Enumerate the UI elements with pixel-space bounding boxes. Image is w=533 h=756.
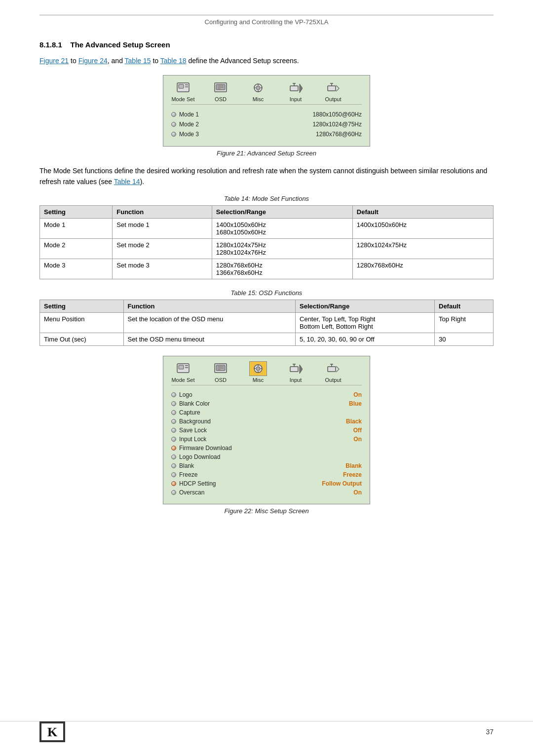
mode-row-3: Mode 3 1280x768@60Hz bbox=[171, 129, 362, 139]
t14-r2-selection: 1280x1024x75Hz1280x1024x76Hz bbox=[212, 239, 352, 259]
intro-text6: to bbox=[151, 57, 160, 65]
toolbar2-osd: OSD bbox=[209, 361, 232, 383]
intro-paragraph: Figure 21 to Figure 24, and Table 15 to … bbox=[39, 56, 494, 66]
t14-r2-setting: Mode 2 bbox=[40, 239, 113, 259]
misc2-icon bbox=[249, 361, 267, 376]
svg-rect-19 bbox=[328, 86, 336, 91]
t14-r3-selection: 1280x768x60Hz1366x768x60Hz bbox=[212, 259, 352, 279]
mode-dot-3 bbox=[171, 132, 176, 137]
mode-value-2: 1280x1024@75Hz bbox=[312, 121, 362, 128]
misc-value-background: Black bbox=[346, 418, 362, 425]
link-figure21[interactable]: Figure 21 bbox=[39, 57, 69, 65]
table15-header-setting: Setting bbox=[40, 300, 124, 313]
table14-header-default: Default bbox=[352, 206, 493, 219]
osd-icon bbox=[212, 80, 229, 95]
company-logo: K bbox=[39, 721, 65, 742]
table-row: Mode 1 Set mode 1 1400x1050x60Hz1680x105… bbox=[40, 219, 494, 239]
svg-rect-1 bbox=[179, 84, 184, 88]
page: Configuring and Controlling the VP-725XL… bbox=[0, 0, 533, 756]
table14-header-selection: Selection/Range bbox=[212, 206, 352, 219]
table15-header-function: Function bbox=[123, 300, 295, 313]
misc-label-overscan: Overscan bbox=[179, 489, 353, 496]
link-figure24[interactable]: Figure 24 bbox=[78, 57, 108, 65]
table-row: Time Out (sec) Set the OSD menu timeout … bbox=[40, 333, 494, 346]
misc-row-blank: Blank Blank bbox=[171, 461, 362, 470]
svg-point-32 bbox=[256, 367, 260, 371]
mode-set-description: The Mode Set functions define the desire… bbox=[39, 166, 494, 187]
osd2-icon bbox=[212, 361, 229, 376]
table15: Setting Function Selection/Range Default… bbox=[39, 300, 494, 346]
toolbar-osd: OSD bbox=[209, 80, 232, 102]
t15-r1-function: Set the location of the OSD menu bbox=[123, 313, 295, 333]
mode-value-1: 1880x1050@60Hz bbox=[312, 111, 362, 118]
figure22-caption: Figure 22: Misc Setup Screen bbox=[224, 507, 308, 515]
t14-r1-function: Set mode 1 bbox=[113, 219, 212, 239]
misc-value-inputlock: On bbox=[353, 436, 362, 443]
table-row: Mode 2 Set mode 2 1280x1024x75Hz1280x102… bbox=[40, 239, 494, 259]
input2-icon bbox=[287, 361, 305, 376]
t14-r2-default: 1280x1024x75Hz bbox=[352, 239, 493, 259]
svg-marker-16 bbox=[300, 84, 303, 93]
svg-point-10 bbox=[256, 86, 260, 90]
misc-row-freeze: Freeze Freeze bbox=[171, 470, 362, 479]
t15-r1-setting: Menu Position bbox=[40, 313, 124, 333]
mode-label-1: Mode 1 bbox=[179, 111, 312, 118]
footer: K 37 bbox=[0, 721, 533, 742]
t15-r1-default: Top Right bbox=[435, 313, 494, 333]
misc-dot-capture bbox=[171, 410, 176, 415]
table14-header-function: Function bbox=[113, 206, 212, 219]
t15-r2-selection: 5, 10, 20, 30, 60, 90 or Off bbox=[296, 333, 435, 346]
figure22-toolbar: Mode Set OSD bbox=[171, 361, 362, 385]
toolbar-input-label: Input bbox=[290, 96, 302, 102]
misc-value-blankcolor: Blue bbox=[349, 400, 362, 407]
mode-value-3: 1280x768@60Hz bbox=[316, 131, 362, 138]
t15-r2-function: Set the OSD menu timeout bbox=[123, 333, 295, 346]
misc-dot-inputlock bbox=[171, 437, 176, 442]
table-row: Menu Position Set the location of the OS… bbox=[40, 313, 494, 333]
figure22-box: Mode Set OSD bbox=[163, 356, 370, 504]
mode-label-3: Mode 3 bbox=[179, 131, 316, 138]
toolbar2-osd-label: OSD bbox=[215, 377, 227, 383]
toolbar-osd-label: OSD bbox=[215, 96, 227, 102]
misc-dot-blankcolor bbox=[171, 401, 176, 406]
misc-label-inputlock: Input Lock bbox=[179, 436, 353, 443]
misc-label-hdcp: HDCP Setting bbox=[179, 480, 322, 487]
section-heading: 8.1.8.1 The Advanced Setup Screen bbox=[39, 40, 494, 49]
t14-r1-setting: Mode 1 bbox=[40, 219, 113, 239]
misc-label-savelock: Save Lock bbox=[179, 427, 353, 434]
link-table15[interactable]: Table 15 bbox=[125, 57, 151, 65]
toolbar2-input: Input bbox=[284, 361, 307, 383]
misc-row-savelock: Save Lock Off bbox=[171, 426, 362, 435]
t14-r1-default: 1400x1050x60Hz bbox=[352, 219, 493, 239]
misc-label-firmware: Firmware Download bbox=[179, 445, 362, 452]
mode-row-2: Mode 2 1280x1024@75Hz bbox=[171, 119, 362, 129]
misc-dot-freeze bbox=[171, 472, 176, 477]
intro-text2: to bbox=[69, 57, 78, 65]
misc-value-blank: Blank bbox=[345, 462, 362, 469]
link-table18[interactable]: Table 18 bbox=[160, 57, 187, 65]
toolbar-misc: Misc bbox=[246, 80, 270, 102]
misc-row-logodownload: Logo Download bbox=[171, 453, 362, 461]
misc-row-firmware: Firmware Download bbox=[171, 444, 362, 453]
table14-caption: Table 14: Mode Set Functions bbox=[39, 195, 494, 202]
figure21-toolbar: Mode Set OSD bbox=[171, 80, 362, 105]
modeset2-icon bbox=[174, 361, 192, 376]
misc-row-logo: Logo On bbox=[171, 390, 362, 399]
misc-value-logo: On bbox=[353, 391, 362, 398]
figure21-mode-list: Mode 1 1880x1050@60Hz Mode 2 1280x1024@7… bbox=[171, 110, 362, 139]
intro-text8: define the Advanced Setup screens. bbox=[187, 57, 299, 65]
misc-dot-logo bbox=[171, 392, 176, 397]
t14-r3-setting: Mode 3 bbox=[40, 259, 113, 279]
misc-row-hdcp: HDCP Setting Follow Output bbox=[171, 479, 362, 488]
link-table14[interactable]: Table 14 bbox=[114, 178, 140, 186]
figure22-misc-list: Logo On Blank Color Blue Capture Backgro… bbox=[171, 390, 362, 497]
toolbar2-misc-label: Misc bbox=[253, 377, 264, 383]
misc-label-logodownload: Logo Download bbox=[179, 454, 362, 460]
misc-dot-firmware bbox=[171, 446, 176, 451]
toolbar-modeset: Mode Set bbox=[171, 80, 195, 102]
figure22-container: Mode Set OSD bbox=[39, 356, 494, 515]
section-title: The Advanced Setup Screen bbox=[71, 40, 170, 49]
misc-dot-hdcp bbox=[171, 481, 176, 486]
misc-label-freeze: Freeze bbox=[179, 471, 343, 478]
figure21-caption: Figure 21: Advanced Setup Screen bbox=[217, 150, 316, 157]
